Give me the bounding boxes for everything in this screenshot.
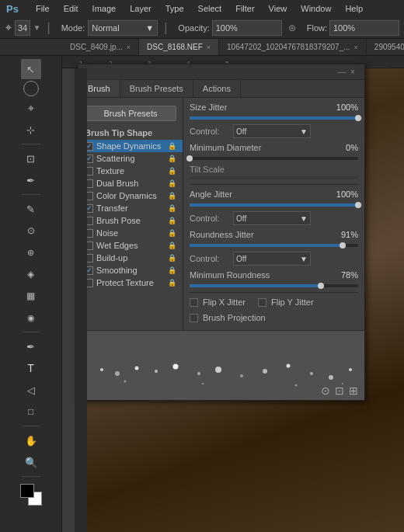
flip-y-label: Flip Y Jitter [271, 297, 314, 307]
control-select-2[interactable]: Off▼ [233, 211, 311, 225]
gradient-btn[interactable]: ▦ [21, 286, 41, 306]
menu-layer[interactable]: Layer [127, 2, 155, 15]
preview-icon-3[interactable]: ⊞ [349, 384, 358, 397]
lock-dual: 🔒 [168, 179, 176, 187]
brush-item-smoothing[interactable]: ✓ Smoothing 🔒 [78, 264, 183, 276]
tab-doc4[interactable]: 2909540113386103730_n.j...× [367, 39, 404, 55]
angle-jitter-label: Angle Jitter [190, 190, 232, 199]
mode-select[interactable]: Normal▼ [88, 20, 158, 36]
tab-doc1[interactable]: DSC_8409.jp...× [62, 39, 139, 55]
size-jitter-row: Size Jitter 100% [190, 103, 358, 112]
menu-file[interactable]: File [33, 2, 53, 15]
color-boxes[interactable] [20, 484, 42, 506]
menu-select[interactable]: Select [195, 2, 225, 15]
foreground-color[interactable] [20, 484, 34, 498]
toolbar-divider2: | [164, 21, 167, 35]
history-brush-btn[interactable]: ⊛ [21, 242, 41, 263]
tool-divider-5 [22, 476, 40, 477]
tool-divider-3 [22, 332, 40, 332]
zoom-tool-btn[interactable]: 🔍 [21, 452, 41, 472]
roundness-jitter-value: 91% [341, 230, 358, 239]
tab-doc2[interactable]: DSC_8168.NEF× [139, 39, 219, 55]
min-roundness-bar[interactable] [190, 284, 358, 287]
brush-size-input[interactable]: 34 [15, 20, 30, 36]
min-diameter-bar[interactable] [190, 157, 358, 160]
eyedropper-btn[interactable]: ✒ [21, 170, 41, 190]
tab-close-1[interactable]: × [127, 43, 131, 51]
crop-tool-btn[interactable]: ⊡ [21, 148, 41, 169]
clone-stamp-btn[interactable]: ⊙ [21, 221, 41, 241]
panel-minimize-btn[interactable]: — [338, 68, 347, 77]
item-label-texture: Texture [96, 166, 124, 176]
text-tool-btn[interactable]: T [21, 358, 41, 378]
lock-transfer: 🔒 [168, 204, 176, 212]
menu-help[interactable]: Help [342, 2, 366, 15]
svg-point-27 [124, 381, 127, 383]
mode-label: Mode: [61, 23, 85, 33]
roundness-bar[interactable] [190, 244, 358, 247]
brush-item-scattering[interactable]: ✓ Scattering 🔒 [78, 152, 183, 165]
brush-item-wet[interactable]: Wet Edges 🔒 [78, 239, 183, 252]
menu-edit[interactable]: Edit [61, 2, 82, 15]
brush-item-shape-dynamics[interactable]: ✓ Shape Dynamics 🔒 [78, 140, 183, 152]
item-label-wet: Wet Edges [96, 241, 138, 250]
panel-close-btn[interactable]: × [350, 68, 360, 77]
menu-image[interactable]: Image [89, 2, 120, 15]
angle-jitter-row: Angle Jitter 100% [190, 190, 358, 199]
size-stepper-icon[interactable]: ▼ [33, 23, 41, 32]
roundness-thumb[interactable] [340, 242, 346, 249]
svg-point-16 [135, 367, 139, 370]
tab-doc3[interactable]: 10647202_10204767818379207_...× [219, 39, 367, 55]
svg-point-18 [173, 364, 179, 370]
control-select-1[interactable]: Off▼ [233, 124, 311, 138]
lasso-tool-btn[interactable]: ⌖ [21, 98, 41, 118]
tab-actions[interactable]: Actions [193, 80, 241, 97]
menu-view[interactable]: View [266, 2, 291, 15]
preview-icon-2[interactable]: ⊡ [335, 384, 344, 397]
tab-close-3[interactable]: × [354, 43, 358, 51]
tab-brush-presets[interactable]: Brush Presets [120, 80, 193, 97]
brush-tool-btn[interactable]: ✎ [21, 199, 41, 219]
brush-item-buildup[interactable]: Build-up 🔒 [78, 252, 183, 264]
flow-input[interactable]: 100% [329, 20, 399, 36]
move-tool-btn[interactable]: ↖ [21, 59, 41, 79]
control-select-3[interactable]: Off▼ [233, 252, 311, 266]
lock-scatter: 🔒 [168, 155, 176, 162]
brush-item-dual[interactable]: Dual Brush 🔒 [78, 177, 183, 190]
menu-window[interactable]: Window [298, 2, 334, 15]
brush-proj-checkbox[interactable] [190, 314, 198, 322]
angle-thumb[interactable] [355, 202, 361, 208]
brush-item-transfer[interactable]: ✓ Transfer 🔒 [78, 202, 183, 214]
angle-jitter-bar[interactable] [190, 203, 358, 207]
hand-tool-btn[interactable]: ✋ [21, 430, 41, 450]
brush-item-texture[interactable]: Texture 🔒 [78, 165, 183, 177]
pen-tool-btn[interactable]: ✒ [21, 336, 41, 356]
blur-btn[interactable]: ◉ [21, 308, 41, 328]
rectangle-tool-btn[interactable]: □ [21, 402, 41, 422]
opacity-input[interactable]: 100% [212, 20, 282, 36]
svg-rect-12 [75, 68, 87, 532]
brush-presets-btn[interactable]: Brush Presets [85, 106, 176, 121]
size-jitter-thumb[interactable] [355, 115, 361, 121]
airbrush-icon[interactable]: ⊛ [288, 23, 296, 33]
brush-item-noise[interactable]: Noise 🔒 [78, 227, 183, 239]
panel-header: — × [78, 64, 364, 80]
item-label-pose: Brush Pose [96, 216, 141, 225]
flip-y-group: Flip Y Jitter [258, 297, 314, 307]
preview-icon-1[interactable]: ⊙ [321, 384, 330, 397]
flip-x-checkbox[interactable] [190, 298, 198, 307]
brush-item-color-dyn[interactable]: Color Dynamics 🔒 [78, 190, 183, 202]
marquee-tool-btn[interactable] [23, 81, 39, 96]
path-select-btn[interactable]: ◁ [21, 380, 41, 400]
menu-filter[interactable]: Filter [232, 2, 257, 15]
size-jitter-bar[interactable] [190, 116, 358, 120]
tab-close-2[interactable]: × [207, 43, 211, 51]
menu-type[interactable]: Type [162, 2, 187, 15]
brush-item-brush-pose[interactable]: Brush Pose 🔒 [78, 214, 183, 227]
flip-y-checkbox[interactable] [258, 298, 266, 307]
min-roundness-thumb[interactable] [318, 283, 324, 289]
min-diam-thumb[interactable] [186, 155, 193, 162]
magic-wand-btn[interactable]: ⊹ [21, 120, 41, 140]
eraser-btn[interactable]: ◈ [21, 264, 41, 284]
brush-item-protect[interactable]: Protect Texture 🔒 [78, 276, 183, 289]
